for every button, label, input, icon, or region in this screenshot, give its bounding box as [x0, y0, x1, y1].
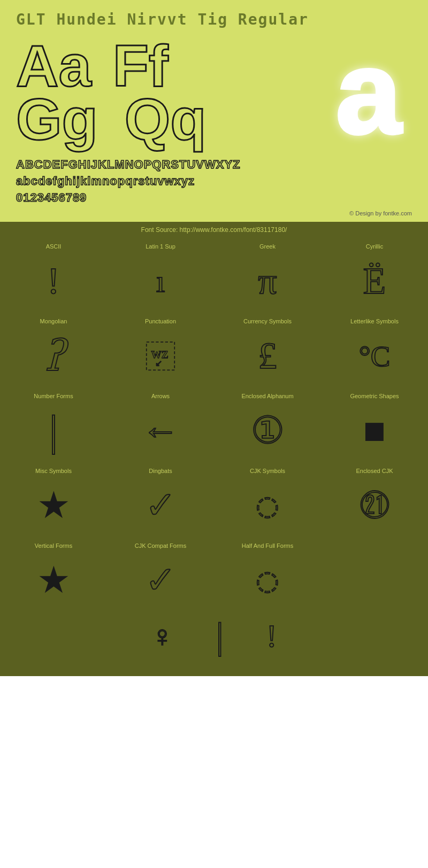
symbol-misc: ★: [37, 478, 71, 533]
glyph-cell-punctuation: Punctuation WZ ↙: [107, 313, 214, 387]
bottom-symbols-row: ♀ | !: [0, 612, 428, 665]
uppercase-alphabet: ABCDEFGHIJKLMNOPQRSTUVWXYZ: [16, 157, 412, 173]
label-numberforms: Number Forms: [34, 393, 73, 399]
glyph-cell-arrows: Arrows ←: [107, 387, 214, 462]
glyph-cell-vertforms: Vertical Forms ★: [0, 537, 107, 612]
label-cyrillic: Cyrillic: [366, 243, 383, 250]
symbol-cyrillic: Ë: [363, 254, 386, 308]
symbol-enccjk: ㉑: [360, 478, 389, 533]
bottom-symbol-2: |: [216, 617, 224, 655]
label-geoshapes: Geometric Shapes: [350, 393, 399, 399]
symbol-halfandfull: ◌: [256, 553, 279, 608]
label-halfandfull: Half And Full Forms: [242, 542, 294, 549]
symbol-geoshapes: ■: [363, 404, 386, 458]
symbol-currency: £: [258, 329, 277, 383]
glyph-gg: Gg: [16, 90, 98, 149]
glyph-cell-cjkcompat: CJK Compat Forms ✓: [107, 537, 214, 612]
svg-text:↙: ↙: [155, 359, 162, 368]
symbol-letterlike: °C: [359, 329, 391, 383]
label-cjkcompat: CJK Compat Forms: [135, 542, 187, 549]
glyph-cell-encalphanum: Enclosed Alphanum ①: [214, 387, 321, 462]
symbol-ascii: !: [47, 254, 59, 308]
symbol-bottom-1: ♀: [151, 617, 173, 655]
symbol-encalphanum: ①: [251, 404, 285, 458]
font-title: GLT Hundei Nirvvt Tig Regular: [16, 11, 412, 28]
glyph-cell-latin1sup: Latin 1 Sup ı: [107, 238, 214, 313]
glyph-cell-enccjk: Enclosed CJK ㉑: [321, 462, 428, 537]
label-mongolian: Mongolian: [40, 318, 67, 324]
symbol-greek: π: [258, 254, 277, 308]
glyph-cell-cjksymbols: CJK Symbols ◌: [214, 462, 321, 537]
glyph-cell-currency: Currency Symbols £: [214, 313, 321, 387]
copyright: © Design by fontke.com: [16, 210, 412, 216]
digits: 0123456789: [16, 190, 412, 206]
label-letterlike: Letterlike Symbols: [350, 318, 399, 324]
glyph-cell-misc: Misc Symbols ★: [0, 462, 107, 537]
glyph-cell-empty: [321, 537, 428, 612]
symbol-cjksymbols: ◌: [256, 478, 279, 533]
glyph-big-a: a: [336, 34, 401, 151]
bottom-symbol-1: ♀: [151, 617, 173, 655]
lowercase-alphabet: abcdefghijklmnopqrstuvwxyz: [16, 173, 412, 190]
label-punctuation: Punctuation: [145, 318, 176, 324]
symbol-vertforms: ★: [37, 553, 71, 608]
label-arrows: Arrows: [151, 393, 170, 399]
glyph-cell-geoshapes: Geometric Shapes ■: [321, 387, 428, 462]
label-encalphanum: Enclosed Alphanum: [241, 393, 293, 399]
label-cjksymbols: CJK Symbols: [250, 468, 285, 474]
glyph-cell-letterlike: Letterlike Symbols °C: [321, 313, 428, 387]
glyph-cell-greek: Greek π: [214, 238, 321, 313]
label-greek: Greek: [259, 243, 276, 250]
top-section: GLT Hundei Nirvvt Tig Regular Aa Ff Gg Q…: [0, 0, 428, 222]
symbol-bottom-2: |: [216, 617, 224, 655]
glyph-cell-mongolian: Mongolian ʔ: [0, 313, 107, 387]
alphabet-section: ABCDEFGHIJKLMNOPQRSTUVWXYZ abcdefghijklm…: [16, 157, 412, 206]
symbol-arrows: ←: [142, 404, 179, 458]
symbol-latin1sup: ı: [156, 254, 165, 308]
symbol-numberforms: |: [49, 404, 58, 458]
symbol-punctuation: WZ ↙: [142, 329, 179, 383]
glyph-qq: Qq: [125, 90, 207, 149]
label-misc: Misc Symbols: [35, 468, 72, 474]
bottom-section: Font Source: http://www.fontke.com/font/…: [0, 222, 428, 676]
glyph-cell-halfandfull: Half And Full Forms ◌: [214, 537, 321, 612]
label-vertforms: Vertical Forms: [35, 542, 72, 549]
symbol-dingbats: ✓: [145, 478, 177, 533]
glyph-cell-dingbats: Dingbats ✓: [107, 462, 214, 537]
glyph-cell-ascii: ASCII !: [0, 238, 107, 313]
large-glyphs-row: Aa Ff Gg Qq a: [16, 34, 412, 151]
font-source: Font Source: http://www.fontke.com/font/…: [0, 222, 428, 238]
symbol-cjkcompat: ✓: [145, 553, 177, 608]
symbol-mongolian: ʔ: [42, 329, 65, 383]
label-ascii: ASCII: [46, 243, 62, 250]
label-currency: Currency Symbols: [243, 318, 292, 324]
label-dingbats: Dingbats: [149, 468, 172, 474]
glyph-cell-numberforms: Number Forms |: [0, 387, 107, 462]
label-enccjk: Enclosed CJK: [356, 468, 393, 474]
bottom-symbol-3: !: [266, 617, 277, 655]
symbol-bottom-3: !: [266, 617, 277, 655]
glyph-grid: ASCII ! Latin 1 Sup ı Greek π Cyrillic Ë…: [0, 238, 428, 612]
label-latin1sup: Latin 1 Sup: [146, 243, 175, 250]
glyph-cell-cyrillic: Cyrillic Ë: [321, 238, 428, 313]
